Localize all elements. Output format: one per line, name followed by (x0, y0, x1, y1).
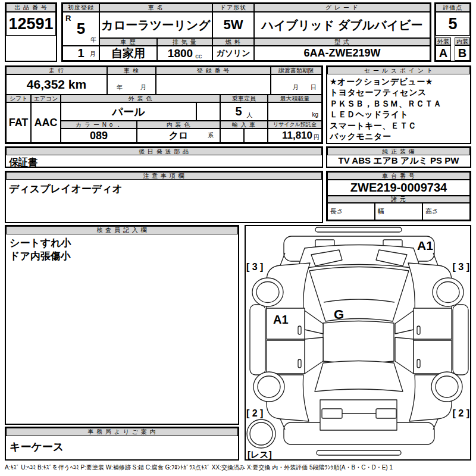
auction-number-box: 出 品 番 号 12591 (5, 2, 57, 62)
office-info-box: 事 務 局 よ り ご 案 内 キーケース (5, 427, 239, 461)
grade-label: グ レ ー ド (254, 4, 430, 12)
tail-lamp-left (322, 409, 342, 418)
interior-color-value: クロ (169, 130, 189, 142)
mark-front-door-left: A1 (273, 313, 289, 326)
aircon-value: AAC (31, 102, 61, 143)
displacement-unit: cc (195, 52, 202, 60)
max-load-unit: kg (312, 111, 318, 118)
notes-value: ディスプレイオーディオ (9, 182, 123, 196)
auction-number-value: 12591 (6, 12, 56, 36)
mark-tire-rear-left: [ 2 ] (246, 408, 263, 418)
sill-right (453, 305, 468, 375)
color-no-value: 089 (61, 129, 137, 143)
model-code-label: 型 式 (254, 38, 430, 46)
mileage-table: 走 行 46,352 km 車 検 年 月 登 録 番 号 譲渡書類期限 月 日… (5, 65, 323, 144)
sales-point-line: バックモニター (330, 131, 468, 142)
mark-tire-front-left: [ 3 ] (246, 262, 263, 272)
vehicle-header-table: 初度登録 R 5 年 1 月 車 名 カローラツーリング ドア形状 5W グ レ… (61, 2, 431, 62)
windshield (309, 267, 409, 322)
glass-front-right (395, 311, 414, 334)
interior-grade-label: 内装 (455, 37, 470, 45)
year-unit: 年 (90, 36, 96, 44)
spare-tire-inner (250, 422, 273, 445)
chassis-box: 車 台 番 号 ZWE219-0009734 諸 元 長さ 幅 高さ (326, 171, 471, 221)
mark-tire-front-right: [ 3 ] (453, 262, 469, 272)
wheel-rear-left-inner (258, 376, 280, 397)
max-load-cell: kg (268, 102, 322, 121)
fender-joint-fr (433, 253, 438, 265)
equipment-box: 純 正 装 備 TV ABS エアB アルミ PS PW (326, 146, 471, 168)
later-parts-value: 保証書 (9, 156, 37, 169)
auction-number-label: 出 品 番 号 (6, 4, 56, 12)
exterior-color-sub-cell (196, 102, 220, 121)
sales-points-box: セ ー ル ス ポ イ ン ト ★オークションデビュー★ トヨタセーフティセンス… (326, 65, 471, 144)
wheel-front-left-inner (256, 282, 279, 303)
car-name-label: 車 名 (99, 4, 212, 12)
displacement-cell: 1800 cc (157, 46, 212, 61)
sill-left (250, 305, 265, 375)
score-value: 5 (436, 12, 470, 36)
tail-lamp-right (376, 409, 396, 418)
capacity-unit: 人 (247, 111, 253, 120)
aircon-label: エアコン (31, 95, 61, 102)
office-info-value: キーケース (10, 440, 64, 454)
history-label: 車 歴 (99, 38, 157, 46)
door-handle-fl (298, 326, 301, 334)
spec-width-cell: 幅 (375, 203, 422, 220)
sales-point-line: ★オークションデビュー★ (330, 76, 468, 87)
score-box: 評価点 5 外装 A 内装 B (434, 2, 471, 62)
shift-label: シフト (6, 95, 31, 102)
inspector-note-line: シートすれ小 (10, 237, 71, 250)
rear-window (315, 361, 403, 392)
capacity-label: 乗車定員 (220, 95, 268, 102)
exterior-color-value: パール (61, 102, 196, 121)
shaken-cell: 年 月 (107, 74, 156, 95)
interior-color-unit: 系 (208, 131, 214, 140)
exterior-grade-label: 外装 (436, 37, 451, 45)
shaken-year-unit: 年 (117, 83, 123, 92)
car-diagram-box: A1 A1 G [ 3 ] [ 3 ] [ 2 ] [ 2 ] [レス] (245, 225, 471, 461)
recycle-deposit-unit: 円 (314, 133, 320, 142)
fuel-label: 燃 料 (212, 38, 254, 46)
mark-spare-tire: [レス] (248, 449, 272, 459)
score-label: 評価点 (436, 4, 470, 12)
specs-label: 諸 元 (327, 196, 470, 203)
sales-point-line: スマートキー、ＥＴＣ (330, 120, 468, 131)
wheel-front-right-inner (437, 282, 459, 303)
mark-front-bumper: A1 (417, 239, 433, 252)
sales-point-line: トヨタセーフティセンス (330, 87, 468, 98)
door-handle-fr (417, 326, 420, 334)
registration-number-cell (156, 74, 271, 95)
color-no-label: カ ラ ー N o ． (61, 121, 137, 129)
equipment-value: TV ABS エアB アルミ PS PW (327, 155, 470, 167)
roof (323, 321, 394, 364)
spec-height-cell: 高さ (422, 203, 470, 220)
rear-door-left (267, 340, 305, 374)
exterior-grade-value: A (436, 45, 451, 61)
first-registration-label: 初度登録 (62, 4, 99, 12)
glass-rear-left (305, 337, 323, 374)
inspector-notes-list: シートすれ小 ドア内張傷小 (10, 237, 71, 263)
import-car-cell-a (220, 129, 244, 143)
later-parts-label: 後 日 発 送 部 品 (6, 148, 322, 155)
door-handle-rr (417, 359, 420, 368)
chassis-value: ZWE219-0009734 (327, 180, 470, 196)
import-car-cell-b (244, 129, 268, 143)
registration-number-label: 登 録 番 号 (156, 67, 271, 74)
chassis-label: 車 台 番 号 (327, 172, 470, 180)
mark-windshield-glass: G (334, 307, 344, 322)
sales-point-line: ＰＫＳＢ，ＢＳＭ、ＲＣＴＡ (330, 98, 468, 109)
mileage-value: 46,352 km (6, 74, 107, 95)
front-lip-strip (315, 227, 402, 232)
sales-points-label: セ ー ル ス ポ イ ン ト (327, 67, 470, 74)
sales-points-list: ★オークションデビュー★ トヨタセーフティセンス ＰＫＳＢ，ＢＳＭ、ＲＣＴＡ Ｌ… (330, 76, 468, 142)
glass-rear-right (395, 337, 414, 374)
inspector-notes-label: 検 査 員 記 入 欄 (6, 226, 238, 234)
import-car-label: 輸 入 車 (220, 121, 268, 129)
sales-point-line: ＬＥＤヘッドライト (330, 109, 468, 120)
shaken-month-unit: 月 (140, 83, 146, 92)
history-value: 自家用 (99, 46, 157, 61)
reg-month-value: 1 (77, 46, 84, 60)
max-load-label: 最大積載量 (268, 95, 322, 102)
auction-sheet: 出 品 番 号 12591 初度登録 R 5 年 1 月 車 名 カローラツーリ… (0, 0, 476, 476)
